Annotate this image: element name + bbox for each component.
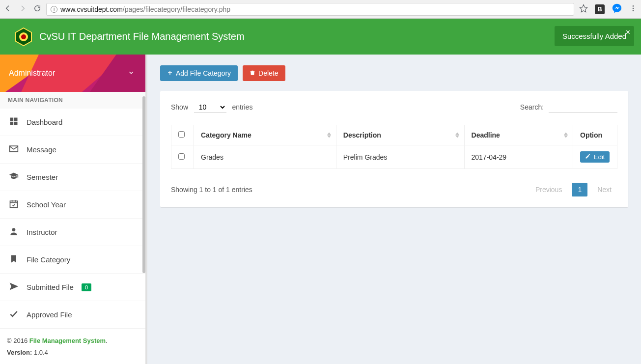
toast-close-icon[interactable]: × [626,28,630,37]
table-info: Showing 1 to 1 of 1 entries [171,186,252,194]
toast-text: Successfully Added [562,32,626,40]
bookmark-star-icon[interactable] [579,4,588,14]
sidebar-item-dashboard[interactable]: Dashboard [0,109,145,136]
delete-button[interactable]: Delete [243,65,285,81]
column-deadline[interactable]: Deadline [464,125,573,145]
app-header: CvSU IT Department File Management Syste… [0,19,641,55]
sidebar-item-message[interactable]: Message [0,136,145,164]
calendar-icon [9,199,19,210]
edit-button[interactable]: Edit [580,151,610,163]
pagination-next[interactable]: Next [591,183,617,196]
sidebar-item-approved-file[interactable]: Approved File [0,301,145,329]
check-icon [9,309,19,320]
table-row: Grades Prelim Grades 2017-04-29 Edit [171,145,617,169]
footer-dot: . [106,337,108,344]
pagination: Previous 1 Next [530,183,617,196]
svg-rect-12 [10,122,14,125]
sidebar-item-label: Approved File [27,310,72,319]
svg-rect-10 [10,118,14,121]
back-icon[interactable] [4,4,12,14]
svg-point-15 [12,228,16,232]
sidebar-item-label: Message [27,145,56,154]
column-category-name[interactable]: Category Name [194,125,336,145]
pagination-page-1[interactable]: 1 [572,183,587,196]
svg-point-5 [21,34,26,39]
footer-version-label: Version: [7,349,32,356]
chevron-down-icon [128,69,135,78]
edit-button-label: Edit [594,153,605,161]
column-description[interactable]: Description [336,125,464,145]
footer-link[interactable]: File Management System [29,337,106,344]
show-label: Show [171,103,188,111]
sidebar-item-submitted-file[interactable]: Submitted File 0 [0,274,145,301]
add-button-label: Add File Category [176,69,231,77]
search-label: Search: [520,103,544,111]
mail-icon [9,144,19,155]
sidebar-item-school-year[interactable]: School Year [0,191,145,219]
sidebar-user-name: Administrator [9,69,55,78]
sidebar-item-label: Submitted File [27,283,74,291]
sidebar-footer: © 2016 File Management System. Version: … [0,329,145,364]
sidebar-item-label: Semester [27,173,58,181]
sidebar-nav-header: MAIN NAVIGATION [0,92,145,109]
reload-icon[interactable] [33,4,41,14]
send-icon [9,281,19,293]
person-icon [9,226,19,238]
url-bar[interactable]: i www.cvsuitdept.com/pages/filecategory/… [46,3,574,16]
sidebar-item-instructor[interactable]: Instructor [0,219,145,246]
browser-menu-icon[interactable] [629,4,637,14]
url-host: www.cvsuitdept.com [60,5,123,13]
forward-icon[interactable] [19,4,27,14]
delete-button-label: Delete [258,69,278,77]
entries-label: entries [232,103,252,111]
sidebar-user-panel[interactable]: Administrator [0,55,145,92]
bookmark-icon [9,254,19,265]
extension-b-icon[interactable]: B [595,4,605,14]
sidebar-item-file-category[interactable]: File Category [0,246,145,274]
table-panel: Show 10 entries Search: Category Name De… [160,91,628,207]
add-file-category-button[interactable]: Add File Category [160,65,238,81]
browser-toolbar: i www.cvsuitdept.com/pages/filecategory/… [0,0,641,19]
cell-description: Prelim Grades [336,145,464,169]
plus-icon [167,69,173,77]
entries-select[interactable]: 10 [194,102,226,113]
footer-version: 1.0.4 [32,349,48,356]
cell-deadline: 2017-04-29 [464,145,573,169]
dashboard-icon [9,116,19,128]
app-title: CvSU IT Department File Management Syste… [39,31,245,42]
graduation-cap-icon [9,171,19,183]
site-info-icon[interactable]: i [51,6,57,13]
sidebar-item-label: File Category [27,255,70,264]
url-path: /pages/filecategory/filecategory.php [123,5,230,13]
column-option: Option [573,125,617,145]
pencil-icon [585,153,591,161]
sidebar-badge: 0 [82,283,91,291]
sidebar-scrollbar[interactable] [142,96,145,273]
footer-copy: © 2016 [7,337,29,344]
file-category-table: Category Name Description Deadline Optio… [171,125,617,169]
entries-control: Show 10 entries [171,102,252,113]
svg-rect-14 [10,201,18,207]
pagination-previous[interactable]: Previous [530,183,568,196]
sidebar: Administrator MAIN NAVIGATION Dashboard … [0,55,147,364]
cell-category-name: Grades [194,145,336,169]
svg-point-0 [633,5,634,7]
sidebar-item-label: Dashboard [27,118,62,126]
messenger-icon[interactable] [612,3,622,15]
svg-point-2 [633,10,634,11]
row-checkbox[interactable] [178,153,185,160]
svg-point-1 [633,8,634,9]
sidebar-item-label: School Year [27,200,66,209]
app-logo [14,27,33,47]
success-toast: Successfully Added × [555,26,634,46]
search-input[interactable] [549,103,617,112]
select-all-checkbox[interactable] [178,131,185,138]
svg-rect-11 [14,118,18,121]
sidebar-item-semester[interactable]: Semester [0,164,145,191]
main-content: Add File Category Delete Show 10 entries… [147,55,641,364]
sidebar-item-label: Instructor [27,228,57,236]
svg-rect-13 [14,122,18,125]
trash-icon [250,69,255,77]
